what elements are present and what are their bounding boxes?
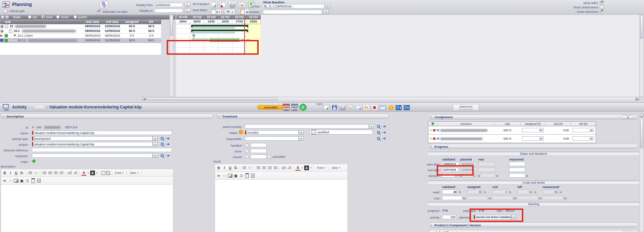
assigned-input[interactable]: 40: [522, 136, 544, 141]
description-panel-header[interactable]: Description: [1, 114, 213, 119]
size-dropdown[interactable]: Size: [330, 166, 341, 170]
status-combo[interactable]: recorded: [245, 130, 299, 135]
name-input[interactable]: Valuation module-Koncernvärdering Capita…: [32, 131, 172, 135]
summary-bar[interactable]: [191, 25, 248, 27]
result-editor-content[interactable]: [215, 180, 347, 232]
description-editor-content[interactable]: [1, 185, 173, 232]
bg-color-icon[interactable]: A: [304, 166, 309, 170]
activity-type-dropdown-button[interactable]: ▼: [153, 136, 158, 141]
gantt-horizontal-scrollbar[interactable]: ◀ ▶: [142, 97, 639, 101]
assigned-input[interactable]: 40: [522, 128, 544, 132]
parent-activity-dropdown-button[interactable]: ▼: [369, 124, 374, 129]
zoom-in-button[interactable]: +: [5, 15, 9, 19]
delete-icon[interactable]: ✖: [433, 137, 436, 141]
remove-format-icon[interactable]: Tx: [19, 171, 24, 175]
text-color-icon[interactable]: A: [296, 165, 300, 171]
size-dropdown[interactable]: Size: [128, 171, 140, 175]
result-editor[interactable]: B I U Tx 1 • A▼ A▼ Font Size ∞ ∞: [215, 164, 348, 232]
save-dates-checkbox[interactable]: [186, 8, 191, 12]
display-from-input[interactable]: 01/05/2019: [154, 3, 183, 7]
layout-left-button[interactable]: [395, 104, 402, 111]
paste-icon[interactable]: [245, 173, 250, 178]
column-header-assigned[interactable]: assigned: [122, 19, 142, 24]
column-header-start[interactable]: start date: [83, 19, 102, 24]
product-component-version-header[interactable]: Product | Component | Version: [429, 223, 638, 228]
gantt-vertical-scrollbar[interactable]: [640, 15, 644, 97]
image-icon[interactable]: [228, 173, 232, 178]
end-requested-input[interactable]: [509, 168, 525, 172]
align-center-icon[interactable]: [48, 171, 52, 175]
table-vertical-scrollbar[interactable]: [169, 15, 173, 97]
align-center-icon[interactable]: [262, 166, 266, 170]
editor-toolbar-row2[interactable]: ∞ ∞ ▦ Ω ◎: [1, 177, 173, 185]
search-icon[interactable]: [377, 131, 380, 134]
search-icon[interactable]: [377, 125, 380, 128]
align-right-icon[interactable]: [267, 166, 272, 170]
add-origin-button[interactable]: ✚: [32, 159, 36, 163]
work-validated-input[interactable]: 80: [442, 190, 458, 194]
search-icon[interactable]: [161, 154, 164, 157]
bullet-list-icon[interactable]: •: [287, 166, 292, 170]
treatment-panel-header[interactable]: Treatment: [216, 114, 389, 119]
attachment-dropzone[interactable]: Attachment (drop files here): [453, 104, 479, 111]
on-top-dropdown-button[interactable]: ▼: [325, 4, 330, 8]
maximize-icon[interactable]: [106, 171, 110, 175]
details-vertical-scrollbar[interactable]: ▲: [640, 114, 644, 232]
new-button[interactable]: +: [323, 104, 330, 111]
scroll-left-arrow[interactable]: ◀: [143, 97, 146, 100]
source-icon[interactable]: ◎: [37, 178, 41, 183]
bg-color-icon[interactable]: A: [90, 171, 95, 175]
run-plan-icon[interactable]: [100, 1, 108, 9]
assignment-panel-header[interactable]: Assignment: [429, 114, 638, 120]
table-icon[interactable]: ▦: [19, 178, 24, 183]
scrollbar-thumb[interactable]: [170, 15, 173, 36]
align-justify-icon[interactable]: [273, 166, 278, 170]
column-header-left[interactable]: left: [142, 19, 161, 24]
underline-icon[interactable]: U: [14, 171, 18, 175]
goto-icon[interactable]: ⇥: [166, 136, 169, 140]
table-row[interactable]: ⚑ 10.1.1 Start 08/05/2019 08/05/2019 0 h…: [0, 34, 161, 38]
delete-icon[interactable]: ✖: [433, 128, 436, 132]
responsible-combo[interactable]: [245, 136, 299, 141]
email-button[interactable]: [379, 104, 386, 111]
font-dropdown[interactable]: Font: [114, 171, 125, 175]
indent-icon[interactable]: [242, 166, 247, 170]
goto-icon[interactable]: ⇥: [382, 136, 385, 140]
closed-checkbox[interactable]: [245, 155, 249, 159]
search-icon[interactable]: [377, 137, 380, 140]
left-input[interactable]: 16: [573, 128, 594, 132]
table-row[interactable]: - 10.1 08/05/2019 31/05/2019 80 h 56 h: [0, 29, 161, 34]
font-dropdown[interactable]: Font: [316, 166, 327, 170]
editor-toolbar[interactable]: B I U Tx 1 • A▼ A▼ Font Size: [215, 164, 347, 172]
scale-week-radio[interactable]: [42, 15, 45, 18]
collapse-box[interactable]: -: [5, 25, 8, 28]
scale-month-radio[interactable]: [56, 15, 59, 18]
column-header-task[interactable]: task: [0, 19, 83, 24]
summary-bar[interactable]: [191, 30, 248, 31]
handled-date-input[interactable]: [251, 143, 267, 147]
layout-right-button[interactable]: [403, 104, 410, 111]
scroll-up-arrow[interactable]: ▲: [640, 114, 643, 118]
align-justify-icon[interactable]: [59, 171, 64, 175]
collapse-box[interactable]: -: [9, 30, 12, 33]
special-char-icon[interactable]: Ω: [239, 173, 244, 178]
bold-icon[interactable]: B: [216, 166, 221, 170]
bullet-list-icon[interactable]: •: [73, 171, 78, 175]
assignment-row[interactable]: ✎ ✖ ≪ 100 % 40 0.00 40: [428, 135, 596, 143]
numbered-list-icon[interactable]: 1: [281, 166, 286, 170]
table-icon[interactable]: ▦: [233, 173, 238, 178]
bold-icon[interactable]: B: [2, 171, 7, 175]
requestor-combo[interactable]: [32, 153, 153, 158]
responsible-dropdown-button[interactable]: ▼: [299, 136, 304, 141]
scrollbar-thumb[interactable]: [640, 118, 643, 148]
auto-run-checkbox[interactable]: [97, 10, 101, 14]
outdent-icon[interactable]: [248, 166, 252, 170]
refresh-button[interactable]: ↻: [363, 104, 370, 111]
handled-checkbox[interactable]: [245, 143, 249, 147]
priority-input[interactable]: 500: [442, 215, 457, 219]
next-status-button[interactable]: → qualified: [309, 130, 373, 135]
add-item-button[interactable]: +▼: [210, 9, 222, 15]
display-to-input[interactable]: [154, 8, 183, 13]
project-combo[interactable]: Valuation module-Koncernvärdering Capita…: [32, 142, 153, 146]
align-right-icon[interactable]: [53, 171, 58, 175]
